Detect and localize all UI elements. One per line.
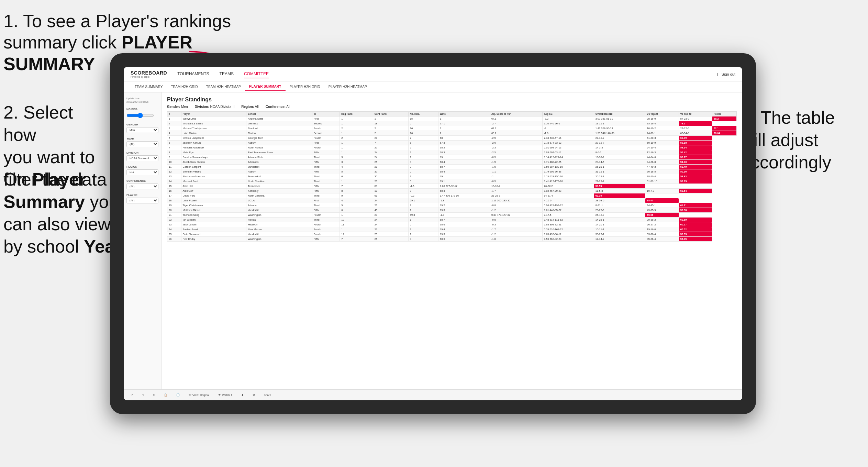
cell-24-12: 56.95: [679, 232, 712, 237]
region-select[interactable]: N/A: [126, 169, 158, 175]
cell-22-7: 68.6: [438, 222, 490, 227]
cell-21-11: 29-38-2: [645, 218, 679, 222]
toolbar-download[interactable]: ⬇: [238, 393, 246, 397]
no-rds-slider[interactable]: [126, 113, 154, 118]
cell-3-13: 68.04: [712, 131, 736, 136]
toolbar-clock[interactable]: 🕐: [174, 393, 182, 397]
cell-23-0: 24: [167, 227, 181, 232]
toolbar-paste[interactable]: 📋: [161, 393, 170, 397]
gender-select[interactable]: Men: [126, 127, 158, 133]
col-rank: #: [167, 112, 181, 116]
sign-out-link[interactable]: Sign out: [722, 72, 735, 76]
toolbar-watch[interactable]: 👁 Watch ▾: [215, 393, 235, 397]
toolbar-settings[interactable]: ⚙: [250, 393, 258, 397]
cell-9-5: 25: [373, 160, 408, 165]
cell-5-5: 7: [373, 141, 408, 145]
cell-10-0: 11: [167, 165, 181, 169]
cell-2-6: 16: [408, 126, 438, 131]
cell-23-9: 0.74 616-168-22: [542, 227, 594, 232]
cell-3-1: Luke Claton: [181, 131, 246, 136]
cell-4-10: 27-10-2: [594, 136, 645, 141]
cell-12-3: Third: [312, 174, 340, 179]
cell-20-7: -1.8: [438, 213, 490, 218]
cell-5-6: 6: [408, 141, 438, 145]
cell-17-9: 4-16-0: [542, 198, 594, 203]
cell-10-11: 47-40-3: [645, 165, 679, 169]
subnav-team-summary[interactable]: TEAM SUMMARY: [131, 83, 167, 91]
player-select[interactable]: (All): [126, 198, 158, 203]
cell-23-7: 69.4: [438, 227, 490, 232]
subnav-team-h2h-grid[interactable]: TEAM H2H GRID: [167, 83, 202, 91]
toolbar-copy[interactable]: ⎘: [151, 393, 158, 397]
cell-9-3: Fifth: [312, 160, 340, 165]
cell-5-7: 67.3: [438, 141, 490, 145]
cell-7-10: 8-6-1: [594, 150, 645, 155]
cell-9-12: 54.40: [679, 160, 712, 165]
cell-9-6: 0: [408, 160, 438, 165]
cell-4-2: Georgia Tech: [246, 136, 312, 141]
annotation-step2-text2: you want to: [3, 147, 95, 167]
cell-8-2: Arizona State: [246, 155, 312, 160]
conference-select[interactable]: (All): [126, 184, 158, 189]
cell-6-3: Fourth: [312, 145, 340, 150]
subnav-team-h2h-heatmap[interactable]: TEAM H2H HEATMAP: [202, 83, 245, 91]
cell-24-0: 25: [167, 232, 181, 237]
cell-8-10: 19-39-2: [594, 155, 645, 160]
cell-10-12: 53.49: [679, 165, 712, 169]
toolbar-undo[interactable]: ↩: [128, 393, 136, 397]
nav-teams[interactable]: TEAMS: [220, 70, 234, 78]
sidebar-division: Division NCAA Division I: [126, 151, 158, 161]
cell-3-8: 68.2: [490, 131, 542, 136]
cell-7-1: Mats Ege: [181, 150, 246, 155]
nav-committee[interactable]: COMMITTEE: [244, 70, 269, 78]
cell-9-2: Arkansas: [246, 160, 312, 165]
cell-18-10: 8-21-1: [594, 203, 645, 208]
subnav-player-h2h-grid[interactable]: PLAYER H2H GRID: [286, 83, 324, 91]
toolbar-redo[interactable]: ↪: [139, 393, 147, 397]
cell-15-7: 68.3: [438, 189, 490, 193]
table-row: 21Taehoon SongWashingtonFourth12369.3-1.…: [167, 213, 737, 218]
cell-8-7: 69: [438, 155, 490, 160]
cell-17-5: 24: [373, 198, 408, 203]
cell-1-7: 67.1: [438, 121, 490, 126]
cell-19-4: 6: [340, 208, 373, 213]
toolbar-share[interactable]: Share: [261, 393, 274, 397]
cell-12-7: 69: [438, 174, 490, 179]
cell-24-6: 1: [408, 232, 438, 237]
cell-22-3: Fourth: [312, 222, 340, 227]
subnav-player-summary[interactable]: PLAYER SUMMARY: [245, 82, 286, 91]
cell-21-9: 1.43 514-111-52: [542, 218, 594, 222]
cell-8-0: 9: [167, 155, 181, 160]
cell-18-7: 69.2: [438, 203, 490, 208]
subnav-player-h2h-heatmap[interactable]: PLAYER H2H HEATMAP: [324, 83, 371, 91]
cell-14-5: 88: [373, 184, 408, 189]
cell-11-11: 50-18-5: [645, 169, 679, 174]
cell-10-7: 68.7: [438, 165, 490, 169]
col-adj-score: Adj. Score to Par: [490, 112, 542, 116]
toolbar-view-original[interactable]: 👁 View: Original: [186, 393, 212, 397]
nav-tournaments[interactable]: TOURNAMENTS: [177, 70, 209, 78]
table-row: 22Ian GilliganFloridaThird1024168.7-0.81…: [167, 218, 737, 222]
cell-4-4: 2: [340, 136, 373, 141]
cell-0-2: Arizona State: [246, 116, 312, 121]
cell-19-12: 50.98: [679, 208, 712, 213]
cell-13-9: 1.41 412-179-20: [542, 179, 594, 184]
table-row: 19Tiger ChristensenArizonaThird523269.2-…: [167, 203, 737, 208]
table-row: 12Brendan ValdesAuburnFifth537068.4-1.11…: [167, 169, 737, 174]
table-row: 23Jack LundinMissouriFourth1124068.6-0.3…: [167, 222, 737, 227]
division-select[interactable]: NCAA Division I: [126, 155, 158, 161]
sidebar-no-rds: No Rds.: [126, 108, 158, 119]
cell-3-4: 1: [340, 131, 373, 136]
cell-18-12: 61.81: [679, 203, 712, 208]
table-row: 26Petr HrubyWashingtonFifth725068.6-1.81…: [167, 237, 737, 242]
cell-12-1: Phichaksn Maichon: [181, 174, 246, 179]
cell-23-8: -1.7: [490, 227, 542, 232]
table-row: 14Maxwell FordNorth CarolinaThird123069.…: [167, 179, 737, 184]
cell-25-7: 68.6: [438, 237, 490, 242]
cell-12-4: 6: [340, 174, 373, 179]
year-select[interactable]: (All): [126, 141, 158, 147]
col-no-rds: No. Rds.: [408, 112, 438, 116]
cell-13-1: Maxwell Ford: [181, 179, 246, 184]
cell-22-4: 11: [340, 222, 373, 227]
cell-1-12: 78.2: [679, 121, 712, 126]
